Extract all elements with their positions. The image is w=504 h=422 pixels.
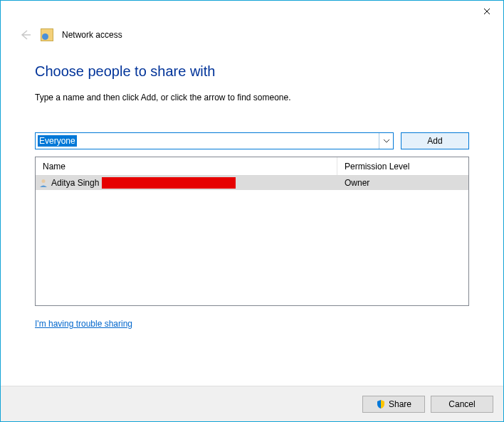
titlebar [1, 1, 503, 23]
page-heading: Choose people to share with [35, 63, 469, 80]
trouble-sharing-link[interactable]: I'm having trouble sharing [35, 319, 132, 329]
close-icon [483, 8, 490, 15]
column-header-name[interactable]: Name [36, 157, 337, 175]
share-button[interactable]: Share [362, 396, 425, 413]
people-table: Name Permission Level Aditya Singh Owner [35, 157, 469, 306]
svg-point-0 [42, 179, 46, 183]
add-button[interactable]: Add [401, 132, 469, 149]
table-header: Name Permission Level [36, 157, 468, 176]
dialog-window: Network access Choose people to share wi… [0, 0, 504, 422]
row-name-text: Aditya Singh [51, 178, 99, 188]
back-arrow-icon [19, 28, 31, 41]
window-title: Network access [62, 30, 122, 40]
people-combobox[interactable]: Everyone [35, 132, 394, 149]
close-button[interactable] [471, 1, 503, 22]
share-button-label: Share [389, 399, 411, 409]
network-access-icon [41, 28, 53, 41]
instruction-text: Type a name and then click Add, or click… [35, 93, 469, 102]
combo-selected-value: Everyone [38, 136, 379, 146]
cell-name: Aditya Singh [36, 177, 337, 189]
redacted-block [102, 177, 236, 189]
dialog-footer: Share Cancel [1, 386, 503, 421]
shield-icon [376, 399, 386, 409]
input-row: Everyone Add [35, 132, 469, 149]
content-area: Choose people to share with Type a name … [1, 42, 503, 386]
cell-permission: Owner [337, 178, 468, 188]
back-button[interactable] [18, 28, 32, 42]
combo-dropdown-button[interactable] [379, 133, 393, 149]
column-header-permission[interactable]: Permission Level [337, 157, 468, 175]
table-row[interactable]: Aditya Singh Owner [36, 176, 468, 190]
chevron-down-icon [383, 139, 390, 143]
user-icon [38, 178, 48, 188]
header-row: Network access [1, 23, 503, 42]
cancel-button[interactable]: Cancel [431, 396, 493, 413]
